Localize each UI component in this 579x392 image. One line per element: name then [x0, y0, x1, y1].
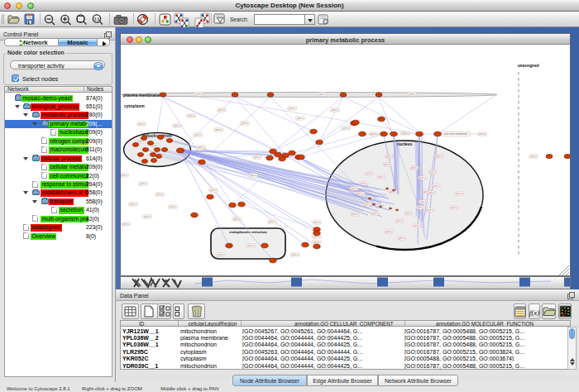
- svg-text:gene-a: gene-a: [451, 207, 458, 209]
- svg-text:gene-a: gene-a: [417, 207, 424, 209]
- svg-text:gene-a: gene-a: [194, 134, 202, 136]
- svg-text:gene-a: gene-a: [140, 183, 147, 185]
- svg-text:gene-a: gene-a: [396, 220, 404, 222]
- svg-text:gene-a: gene-a: [242, 122, 249, 125]
- svg-text:gene-a: gene-a: [152, 145, 160, 147]
- svg-text:cytoplasm: cytoplasm: [124, 103, 145, 108]
- svg-text:gene-a: gene-a: [378, 176, 385, 179]
- svg-text:gene-a: gene-a: [313, 241, 321, 244]
- svg-text:gene-a: gene-a: [371, 133, 378, 136]
- svg-text:gene-a: gene-a: [198, 146, 205, 149]
- svg-text:gene-a: gene-a: [436, 155, 443, 158]
- svg-text:gene-a: gene-a: [366, 173, 373, 175]
- svg-text:endoplasmic reticulum: endoplasmic reticulum: [229, 230, 267, 234]
- svg-text:gene-a: gene-a: [384, 164, 391, 166]
- svg-text:gene-a: gene-a: [530, 155, 538, 158]
- svg-text:gene-a: gene-a: [429, 171, 437, 174]
- svg-text:gene-a: gene-a: [332, 109, 339, 112]
- svg-text:gene-a: gene-a: [405, 213, 413, 215]
- svg-text:plasma membrane: plasma membrane: [123, 93, 160, 98]
- svg-text:gene-a: gene-a: [390, 191, 397, 194]
- svg-text:gene-a: gene-a: [130, 203, 137, 206]
- svg-text:gene-a: gene-a: [195, 93, 203, 96]
- svg-text:gene-a: gene-a: [170, 206, 177, 208]
- svg-text:gene-a: gene-a: [122, 223, 130, 226]
- svg-text:gene-a: gene-a: [399, 237, 406, 240]
- svg-text:gene-a: gene-a: [269, 221, 276, 223]
- svg-text:gene-a: gene-a: [372, 213, 380, 215]
- svg-text:gene-a: gene-a: [254, 156, 261, 159]
- svg-text:gene-a: gene-a: [402, 132, 409, 135]
- svg-text:gene-a: gene-a: [313, 236, 321, 238]
- svg-text:gene-a: gene-a: [361, 183, 368, 185]
- svg-text:gene-a: gene-a: [250, 174, 257, 177]
- svg-text:gene-a: gene-a: [352, 213, 359, 216]
- svg-text:gene-a: gene-a: [247, 245, 255, 247]
- svg-text:gene-a: gene-a: [342, 127, 350, 130]
- svg-text:gene-a: gene-a: [364, 203, 371, 206]
- svg-text:gene-a: gene-a: [414, 225, 421, 227]
- svg-text:gene-a: gene-a: [313, 222, 321, 224]
- svg-text:gene-a: gene-a: [419, 177, 427, 179]
- svg-text:nucleus: nucleus: [397, 141, 413, 146]
- svg-text:gene-a: gene-a: [411, 167, 419, 170]
- svg-text:gene-a: gene-a: [210, 189, 218, 192]
- svg-text:gene-a: gene-a: [409, 93, 416, 96]
- svg-text:gene-a: gene-a: [144, 216, 151, 218]
- svg-text:unassigned: unassigned: [518, 64, 539, 68]
- svg-text:gene-a: gene-a: [233, 218, 241, 221]
- svg-text:gene-a: gene-a: [479, 133, 486, 136]
- svg-text:gene-a: gene-a: [456, 193, 463, 195]
- svg-text:gene-a: gene-a: [137, 141, 145, 143]
- svg-text:gene-a: gene-a: [419, 201, 427, 203]
- svg-text:gene-a: gene-a: [138, 123, 146, 126]
- svg-text:gene-a: gene-a: [218, 254, 225, 256]
- svg-text:gene-a: gene-a: [121, 174, 128, 177]
- svg-text:gene-a: gene-a: [428, 192, 436, 194]
- svg-text:gene-a: gene-a: [218, 109, 226, 112]
- svg-text:gene-a: gene-a: [385, 231, 393, 233]
- svg-text:gene-a: gene-a: [188, 115, 195, 117]
- svg-text:gene-a: gene-a: [427, 209, 434, 212]
- svg-text:gene-a: gene-a: [433, 185, 440, 188]
- svg-text:gene-a: gene-a: [289, 108, 296, 110]
- svg-text:gene-a: gene-a: [215, 129, 223, 131]
- svg-text:1:1: 1:1: [94, 17, 100, 22]
- svg-text:gene-a: gene-a: [174, 125, 181, 127]
- svg-text:gene-a: gene-a: [292, 254, 299, 256]
- svg-text:gene-a: gene-a: [351, 188, 358, 190]
- svg-text:gene-a: gene-a: [156, 194, 164, 196]
- svg-text:f(x): f(x): [529, 308, 540, 317]
- svg-text:gene-a: gene-a: [319, 93, 327, 96]
- svg-text:gene-a: gene-a: [386, 155, 394, 158]
- svg-text:mito outer membrane: mito outer membrane: [444, 132, 468, 136]
- svg-text:gene-a: gene-a: [357, 193, 365, 195]
- svg-text:gene-a: gene-a: [297, 117, 304, 120]
